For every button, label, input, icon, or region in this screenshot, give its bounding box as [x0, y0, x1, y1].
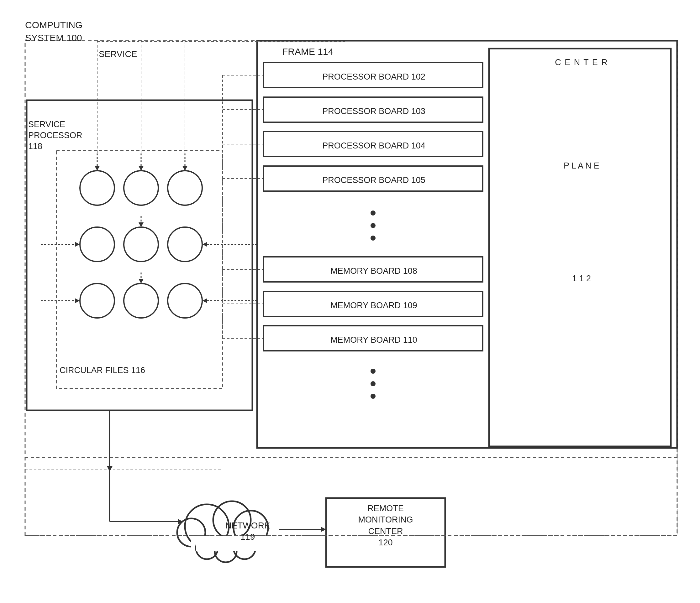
svg-point-37: [124, 284, 158, 318]
svg-point-36: [80, 284, 115, 318]
center-plane-label3: 1 1 2: [492, 269, 671, 288]
svg-point-10: [371, 223, 376, 228]
memory-board-110: MEMORY BOARD 110: [265, 332, 483, 348]
svg-point-17: [371, 394, 376, 399]
svg-rect-2: [489, 49, 671, 446]
svg-marker-44: [202, 298, 207, 303]
processor-board-105: PROCESSOR BOARD 105: [265, 172, 483, 188]
center-plane-label: C E N T E R: [492, 53, 671, 72]
svg-point-27: [80, 227, 115, 262]
network-label: NETWORK119: [201, 520, 295, 543]
svg-marker-22: [95, 166, 100, 171]
computing-system-label: COMPUTING SYSTEM 100: [25, 19, 106, 44]
processor-board-103: PROCESSOR BOARD 103: [265, 103, 483, 119]
memory-board-108: MEMORY BOARD 108: [265, 263, 483, 279]
svg-point-16: [371, 381, 376, 386]
circular-files-label: CIRCULAR FILES 116: [59, 365, 145, 376]
svg-rect-4: [56, 150, 223, 388]
svg-marker-24: [139, 166, 144, 171]
svg-marker-31: [75, 242, 80, 247]
svg-point-29: [168, 227, 202, 262]
svg-marker-26: [182, 166, 188, 171]
svg-point-15: [371, 369, 376, 374]
service-processor-label: SERVICEPROCESSOR118: [28, 119, 81, 152]
service-label: SERVICE: [99, 49, 137, 60]
svg-point-19: [124, 171, 158, 205]
svg-marker-42: [139, 279, 144, 284]
center-plane-label2: P L A N E: [492, 157, 671, 175]
svg-point-20: [168, 171, 202, 205]
processor-board-102: PROCESSOR BOARD 102: [265, 69, 483, 85]
processor-board-104: PROCESSOR BOARD 104: [265, 138, 483, 154]
svg-rect-1: [257, 41, 677, 448]
svg-marker-35: [202, 242, 207, 247]
remote-monitoring-center-label: REMOTEMONITORINGCENTER120: [328, 503, 444, 549]
svg-point-28: [124, 227, 158, 262]
svg-marker-33: [139, 222, 144, 227]
diagram: COMPUTING SYSTEM 100 SERVICE FRAME 114 S…: [0, 0, 700, 603]
svg-point-9: [371, 210, 376, 215]
svg-point-38: [168, 284, 202, 318]
svg-marker-40: [75, 298, 80, 303]
svg-point-11: [371, 236, 376, 241]
frame-label: FRAME 114: [282, 46, 333, 58]
memory-board-109: MEMORY BOARD 109: [265, 297, 483, 313]
svg-point-18: [80, 171, 115, 205]
